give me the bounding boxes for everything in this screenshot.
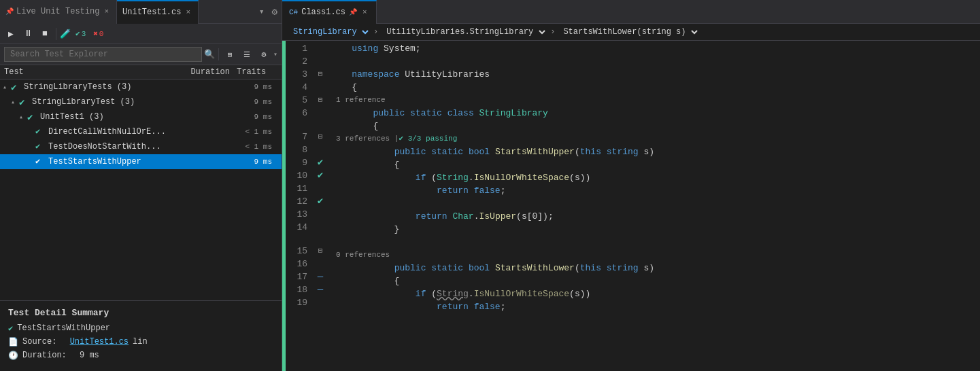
tree-row-doesnotstart[interactable]: ✔ TestDoesNotStartWith... < 1 ms — [0, 139, 282, 154]
label-unittest1: UnitTest1 (3) — [40, 112, 231, 122]
collapse-3[interactable]: ⊟ — [313, 68, 328, 81]
pass-icon-lib: ✔ — [19, 96, 30, 107]
detail-source-link[interactable]: UnitTest1.cs — [70, 337, 129, 347]
fail-x-icon: ✖ — [93, 29, 98, 38]
line-numbers: 1 2 3 4 5 6 7 8 9 10 11 12 13 14 15 — [286, 41, 313, 371]
class-dropdown[interactable]: UtilityLibraries.StringLibrary — [381, 26, 547, 38]
label-startwithupper: TestStartsWithUpper — [48, 157, 231, 166]
tab-class1[interactable]: C# Class1.cs 📌 × — [282, 0, 377, 24]
pass-icon-unit: ✔ — [27, 111, 38, 122]
tab-lut-label: Live Unit Testing — [16, 7, 99, 16]
code-line-15: public static bool StartsWithLower(this … — [328, 262, 980, 275]
pass-icon-doesnotstart: ✔ — [35, 141, 46, 152]
label-directcall: DirectCallWithNullOrE... — [48, 127, 231, 137]
separator-1 — [56, 28, 56, 40]
test-detail-summary: Test Detail Summary ✔ TestStartsWithUppe… — [0, 300, 282, 371]
code-line-9: if (String.IsNullOrWhiteSpace(s)) — [328, 171, 980, 184]
te-column-headers: Test Duration Traits — [0, 65, 282, 80]
tab-class1-label: Class1.cs — [301, 7, 345, 17]
tab-class1-close[interactable]: × — [360, 7, 369, 17]
code-line-18: return false; — [328, 300, 980, 313]
check-12: ✔ — [313, 195, 328, 208]
tab-live-unit-testing[interactable]: 📌 Live Unit Testing × — [0, 0, 117, 24]
col-duration: Duration — [182, 67, 237, 77]
tree-row-unittest1[interactable]: ▴ ✔ UnitTest1 (3) 9 ms — [0, 109, 282, 124]
detail-test-name: TestStartsWithUpper — [17, 323, 110, 333]
tree-row-stringlibrarytests[interactable]: ▴ ✔ StringLibraryTests (3) 9 ms — [0, 80, 282, 94]
pass-check-icon: ✔ — [75, 29, 80, 38]
detail-pass-icon: ✔ — [8, 323, 13, 334]
lut-flask-icon: 🧪 — [60, 29, 71, 39]
check-10: ✔ — [313, 169, 328, 182]
duration-unittest1: 9 ms — [231, 113, 279, 121]
collapse-15[interactable]: ⊟ — [313, 245, 328, 258]
test-tree: ▴ ✔ StringLibraryTests (3) 9 ms ▴ ✔ Stri… — [0, 80, 282, 300]
code-line-0ref: 0 references — [328, 249, 980, 262]
lut-pause-button[interactable]: ⏸ — [20, 26, 35, 41]
pass-count: 3 — [82, 30, 86, 38]
col-test: Test — [4, 67, 182, 77]
detail-title: Test Detail Summary — [8, 308, 273, 318]
detail-source-suffix: lin — [133, 337, 148, 347]
tab-class1-icon: C# — [289, 8, 298, 16]
label-stringlibrarytest: StringLibraryTest (3) — [32, 97, 231, 107]
pass-icon-root: ✔ — [11, 82, 22, 92]
code-line-13: } — [328, 223, 980, 236]
tab-lut-close[interactable]: × — [102, 7, 111, 16]
pass-icon-direct: ✔ — [35, 126, 46, 137]
hierarchy-button[interactable]: ☰ — [239, 47, 254, 62]
code-line-11 — [328, 197, 980, 210]
collapse-5[interactable]: ⊟ — [313, 94, 328, 107]
breadcrumb-bar: StringLibrary › UtilityLibraries.StringL… — [282, 24, 980, 41]
code-line-7: public static bool StartsWithUpper(this … — [328, 145, 980, 158]
tree-row-directcall[interactable]: ✔ DirectCallWithNullOrE... < 1 ms — [0, 124, 282, 139]
tab-unittest1-close[interactable]: × — [184, 7, 192, 17]
settings-button[interactable]: ⚙ — [256, 47, 271, 62]
code-line-12: return Char.IsUpper(s[0]); — [328, 210, 980, 223]
detail-clock-icon: 🕐 — [8, 351, 18, 361]
group-by-button[interactable]: ⊞ — [222, 47, 237, 62]
expand-unittest1[interactable]: ▴ — [19, 113, 27, 121]
namespace-dropdown[interactable]: StringLibrary — [288, 26, 371, 38]
label-stringlibrarytests: StringLibraryTests (3) — [24, 82, 231, 92]
expand-stringlibrarytest[interactable]: ▴ — [11, 98, 19, 106]
lut-toolbar: ▶ ⏸ ■ 🧪 ✔ 3 ✖ 0 — [0, 24, 282, 44]
tab-unittest1[interactable]: UnitTest1.cs × — [117, 0, 199, 24]
detail-source-row: 📄 Source: UnitTest1.cs lin — [8, 337, 273, 347]
code-line-4: { — [328, 81, 980, 94]
code-line-1: using System; — [328, 42, 980, 55]
duration-stringlibrarytests: 9 ms — [231, 83, 279, 91]
tree-row-startwithupper[interactable]: ✔ TestStartsWithUpper 9 ms — [0, 154, 282, 169]
code-gutter: ⊟ ⊟ ⊟ ✔ ✔ ✔ ⊟ — — — [313, 41, 328, 371]
fail-count: 0 — [99, 30, 104, 38]
search-input[interactable] — [4, 47, 202, 62]
search-separator — [218, 48, 219, 60]
tree-row-stringlibrarytest[interactable]: ▴ ✔ StringLibraryTest (3) 9 ms — [0, 94, 282, 109]
col-traits: Traits — [237, 67, 277, 77]
method-dropdown[interactable]: StartsWithLower(string s) — [558, 26, 700, 38]
lut-stop-button[interactable]: ■ — [37, 26, 52, 41]
detail-test-name-row: ✔ TestStartsWithUpper — [8, 323, 273, 334]
tab-class1-pin[interactable]: 📌 — [349, 8, 357, 16]
detail-duration-row: 🕐 Duration: 9 ms — [8, 351, 273, 361]
search-icon[interactable]: 🔍 — [204, 49, 215, 60]
tab-dropdown-left[interactable]: ▾ — [256, 6, 268, 17]
code-line-8: { — [328, 158, 980, 171]
lut-play-button[interactable]: ▶ — [3, 26, 18, 41]
lut-fail-badge: ✖ 0 — [90, 29, 106, 39]
code-line-6: { — [328, 120, 980, 132]
code-content: using System; namespace UtilityLibraries… — [328, 41, 980, 371]
tab-unittest1-label: UnitTest1.cs — [122, 7, 181, 17]
code-line-2 — [328, 55, 980, 68]
code-line-5: public static class StringLibrary — [328, 107, 980, 120]
detail-duration-label: Duration: — [22, 351, 67, 360]
duration-stringlibrarytest: 9 ms — [231, 98, 279, 106]
detail-source-label: Source: — [22, 337, 56, 347]
tab-gear-left[interactable]: ⚙ — [268, 6, 282, 18]
settings-dropdown[interactable]: ▾ — [273, 50, 277, 58]
detail-doc-icon: 📄 — [8, 337, 18, 347]
collapse-7[interactable]: ⊟ — [313, 130, 328, 143]
detail-duration-value: 9 ms — [80, 351, 99, 360]
code-area: 1 2 3 4 5 6 7 8 9 10 11 12 13 14 15 — [282, 41, 980, 371]
expand-stringlibrarytests[interactable]: ▴ — [3, 83, 11, 91]
